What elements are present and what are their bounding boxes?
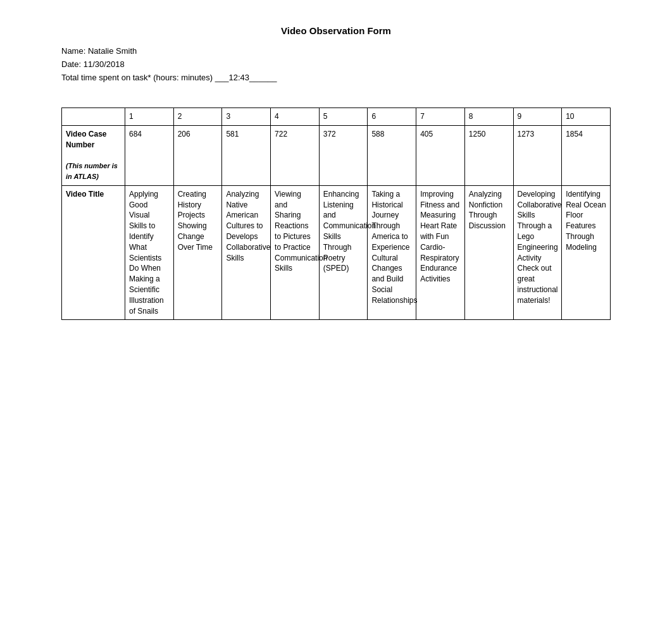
observation-table: 12345678910Video Case Number(This number… bbox=[61, 108, 611, 320]
video-title-1: Applying Good Visual Skills to Identify … bbox=[125, 185, 174, 320]
video-title-5: Enhancing Listening and Communication Sk… bbox=[319, 185, 368, 320]
case-num-6: 588 bbox=[368, 125, 416, 185]
video-title-header: Video Title bbox=[62, 185, 125, 320]
video-case-header: Video Case Number(This number is in ATLA… bbox=[62, 125, 125, 185]
video-title-6: Taking a Historical Journey Through Amer… bbox=[368, 185, 416, 320]
video-title-3: Analyzing Native American Cultures to De… bbox=[222, 185, 271, 320]
page-title: Video Observation Form bbox=[61, 25, 611, 36]
time-label: Total time spent on task* (hours: minute… bbox=[61, 73, 213, 82]
case-num-2: 206 bbox=[173, 125, 222, 185]
video-title-2: Creating History Projects Showing Change… bbox=[173, 185, 222, 320]
col-num-7: 7 bbox=[416, 108, 465, 126]
case-num-3: 581 bbox=[222, 125, 271, 185]
col-num-3: 3 bbox=[222, 108, 271, 126]
col-num-6: 6 bbox=[368, 108, 416, 126]
name-label: Name: bbox=[61, 46, 85, 56]
page-container: Video Observation Form Name: Natalie Smi… bbox=[0, 0, 672, 345]
case-num-9: 1273 bbox=[513, 125, 562, 185]
col-num-10: 10 bbox=[562, 108, 611, 126]
date-label: Date: bbox=[61, 59, 81, 69]
date-value: 11/30/2018 bbox=[84, 59, 125, 69]
name-value: Natalie Smith bbox=[88, 46, 137, 56]
case-num-4: 722 bbox=[271, 125, 320, 185]
col-num-5: 5 bbox=[319, 108, 368, 126]
header-empty bbox=[62, 108, 125, 126]
case-num-5: 372 bbox=[319, 125, 368, 185]
meta-date-row: Date: 11/30/2018 bbox=[61, 59, 611, 69]
case-num-1: 684 bbox=[125, 125, 174, 185]
case-num-8: 1250 bbox=[464, 125, 513, 185]
col-num-9: 9 bbox=[513, 108, 562, 126]
video-title-4: Viewing and Sharing Reactions to Picture… bbox=[271, 185, 320, 320]
video-title-9: Developing Collaborative Skills Through … bbox=[513, 185, 562, 320]
video-title-10: Identifying Real Ocean Floor Features Th… bbox=[562, 185, 611, 320]
case-num-7: 405 bbox=[416, 125, 465, 185]
col-num-4: 4 bbox=[271, 108, 320, 126]
table-section: 12345678910Video Case Number(This number… bbox=[61, 108, 611, 320]
case-num-10: 1854 bbox=[562, 125, 611, 185]
time-value: ___12:43______ bbox=[215, 73, 277, 82]
col-num-8: 8 bbox=[464, 108, 513, 126]
meta-time-row: Total time spent on task* (hours: minute… bbox=[61, 73, 611, 82]
col-num-1: 1 bbox=[125, 108, 174, 126]
meta-name-row: Name: Natalie Smith bbox=[61, 46, 611, 56]
video-title-8: Analyzing Nonfiction Through Discussion bbox=[464, 185, 513, 320]
col-num-2: 2 bbox=[173, 108, 222, 126]
video-title-7: Improving Fitness and Measuring Heart Ra… bbox=[416, 185, 465, 320]
